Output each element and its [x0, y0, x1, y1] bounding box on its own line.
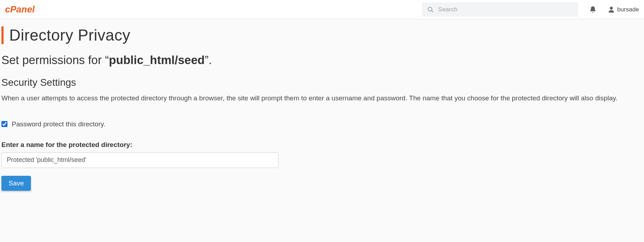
page-title-text: Directory Privacy [9, 26, 130, 44]
security-settings-heading: Security Settings [1, 77, 643, 88]
svg-line-2 [431, 10, 433, 12]
directory-name-input[interactable] [1, 152, 278, 168]
cpanel-logo[interactable]: cPanel [5, 3, 55, 16]
permissions-heading: Set permissions for “public_html/seed”. [1, 53, 643, 67]
save-button[interactable]: Save [1, 176, 31, 191]
user-icon [607, 6, 615, 14]
search-box[interactable] [422, 2, 578, 17]
search-icon [427, 6, 434, 13]
username-label: bursade [617, 6, 639, 13]
directory-name-label: Enter a name for the protected directory… [1, 141, 643, 149]
password-protect-label: Password protect this directory. [12, 120, 105, 128]
permissions-suffix: ”. [205, 53, 212, 67]
svg-text:cPanel: cPanel [5, 4, 35, 14]
page-title: Directory Privacy [1, 26, 643, 44]
topbar-right: bursade [589, 6, 639, 14]
permissions-prefix: Set permissions for “ [1, 53, 109, 67]
bell-icon [589, 6, 597, 14]
security-description: When a user attempts to access the prote… [1, 93, 643, 103]
cpanel-logo-svg: cPanel [5, 3, 55, 16]
title-accent-bar [1, 26, 4, 44]
permissions-path: public_html/seed [109, 53, 205, 67]
user-menu[interactable]: bursade [607, 6, 639, 14]
notifications-button[interactable] [589, 6, 597, 14]
password-protect-checkbox[interactable] [1, 121, 7, 127]
topbar: cPanel bursade [0, 0, 644, 19]
search-input[interactable] [438, 6, 573, 13]
password-protect-row[interactable]: Password protect this directory. [1, 120, 643, 128]
page-content: Directory Privacy Set permissions for “p… [0, 26, 644, 198]
